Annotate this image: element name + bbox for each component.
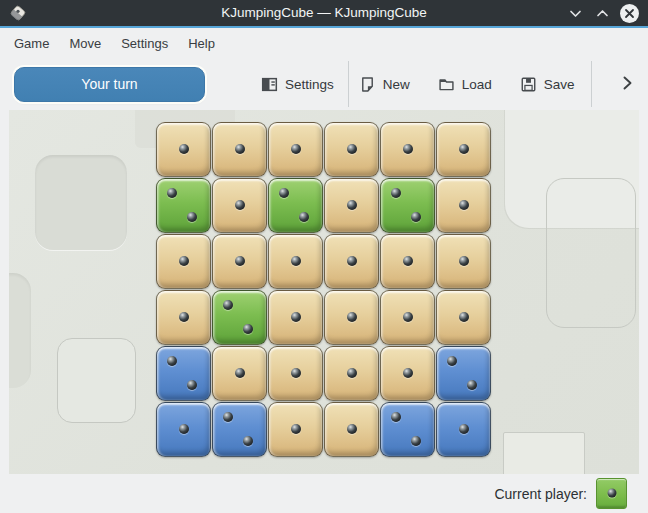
cube-r4c4[interactable] bbox=[324, 290, 379, 345]
cube-r4c1[interactable] bbox=[156, 290, 211, 345]
pip bbox=[459, 144, 469, 154]
cube-r5c1[interactable] bbox=[156, 346, 211, 401]
pip bbox=[403, 368, 413, 378]
cube-r2c5[interactable] bbox=[380, 178, 435, 233]
pip bbox=[347, 312, 357, 322]
pip bbox=[411, 212, 421, 222]
cube-r1c5[interactable] bbox=[380, 122, 435, 177]
cube-r5c5[interactable] bbox=[380, 346, 435, 401]
cube-r3c5[interactable] bbox=[380, 234, 435, 289]
cube-r1c4[interactable] bbox=[324, 122, 379, 177]
cube-r3c6[interactable] bbox=[436, 234, 491, 289]
pip bbox=[459, 256, 469, 266]
pip bbox=[235, 368, 245, 378]
pip bbox=[403, 144, 413, 154]
pip bbox=[235, 256, 245, 266]
background-decoration bbox=[503, 432, 585, 474]
pip bbox=[235, 200, 245, 210]
cube-r3c3[interactable] bbox=[268, 234, 323, 289]
pip bbox=[235, 144, 245, 154]
pip bbox=[179, 144, 189, 154]
cube-r5c3[interactable] bbox=[268, 346, 323, 401]
cube-r2c1[interactable] bbox=[156, 178, 211, 233]
status-bar: Current player: bbox=[0, 474, 648, 513]
pip bbox=[291, 424, 301, 434]
chevron-right-icon bbox=[618, 80, 636, 95]
menu-game[interactable]: Game bbox=[13, 34, 50, 53]
cube-r5c4[interactable] bbox=[324, 346, 379, 401]
cube-r6c1[interactable] bbox=[156, 402, 211, 457]
pip bbox=[243, 324, 253, 334]
pip bbox=[291, 312, 301, 322]
maximize-icon[interactable] bbox=[593, 4, 611, 22]
cube-r4c3[interactable] bbox=[268, 290, 323, 345]
background-decoration bbox=[35, 155, 127, 250]
pip bbox=[279, 188, 289, 198]
cube-r2c3[interactable] bbox=[268, 178, 323, 233]
cube-r6c5[interactable] bbox=[380, 402, 435, 457]
cube-r1c2[interactable] bbox=[212, 122, 267, 177]
settings-panel-icon bbox=[261, 76, 278, 93]
pip bbox=[391, 412, 401, 422]
pip bbox=[459, 200, 469, 210]
cube-r3c4[interactable] bbox=[324, 234, 379, 289]
pip bbox=[187, 212, 197, 222]
cube-r4c5[interactable] bbox=[380, 290, 435, 345]
pip bbox=[179, 256, 189, 266]
new-button[interactable]: New bbox=[355, 73, 414, 96]
pip bbox=[291, 144, 301, 154]
cube-r5c6[interactable] bbox=[436, 346, 491, 401]
pip bbox=[299, 212, 309, 222]
pip bbox=[223, 300, 233, 310]
pip bbox=[467, 380, 477, 390]
menu-settings[interactable]: Settings bbox=[120, 34, 169, 53]
new-document-icon bbox=[359, 76, 376, 93]
background-decoration bbox=[57, 338, 136, 423]
load-button-label: Load bbox=[462, 77, 492, 92]
pip bbox=[291, 256, 301, 266]
close-icon[interactable] bbox=[620, 4, 639, 23]
save-floppy-icon bbox=[520, 76, 537, 93]
pip bbox=[459, 312, 469, 322]
cube-r4c6[interactable] bbox=[436, 290, 491, 345]
cube-r2c6[interactable] bbox=[436, 178, 491, 233]
save-button[interactable]: Save bbox=[516, 73, 579, 96]
minimize-icon[interactable] bbox=[566, 4, 584, 22]
cube-r6c3[interactable] bbox=[268, 402, 323, 457]
pip bbox=[447, 356, 457, 366]
pip bbox=[347, 144, 357, 154]
cube-r2c2[interactable] bbox=[212, 178, 267, 233]
pip bbox=[291, 368, 301, 378]
settings-button[interactable]: Settings bbox=[257, 73, 338, 96]
current-player-label: Current player: bbox=[494, 486, 587, 502]
cube-r3c1[interactable] bbox=[156, 234, 211, 289]
pip bbox=[411, 436, 421, 446]
pip bbox=[347, 256, 357, 266]
cube-r4c2[interactable] bbox=[212, 290, 267, 345]
cube-r1c1[interactable] bbox=[156, 122, 211, 177]
pip bbox=[403, 256, 413, 266]
menu-move[interactable]: Move bbox=[68, 34, 102, 53]
new-button-label: New bbox=[383, 77, 410, 92]
toolbar-separator bbox=[348, 61, 349, 107]
load-button[interactable]: Load bbox=[434, 73, 496, 96]
cube-r2c4[interactable] bbox=[324, 178, 379, 233]
cube-r5c2[interactable] bbox=[212, 346, 267, 401]
menu-help[interactable]: Help bbox=[187, 34, 216, 53]
cube-r1c3[interactable] bbox=[268, 122, 323, 177]
toolbar-overflow-button[interactable] bbox=[616, 72, 638, 97]
game-board bbox=[156, 122, 491, 457]
save-button-label: Save bbox=[544, 77, 575, 92]
cube-r6c4[interactable] bbox=[324, 402, 379, 457]
title-bar: KJumpingCube — KJumpingCube bbox=[0, 0, 648, 28]
cube-r6c6[interactable] bbox=[436, 402, 491, 457]
pip bbox=[167, 356, 177, 366]
cube-r3c2[interactable] bbox=[212, 234, 267, 289]
pip bbox=[179, 312, 189, 322]
cube-r1c6[interactable] bbox=[436, 122, 491, 177]
toolbar: Your turn Settings New bbox=[0, 58, 648, 110]
pip bbox=[607, 489, 616, 498]
pip bbox=[459, 424, 469, 434]
menu-bar: Game Move Settings Help bbox=[0, 28, 648, 58]
cube-r6c2[interactable] bbox=[212, 402, 267, 457]
